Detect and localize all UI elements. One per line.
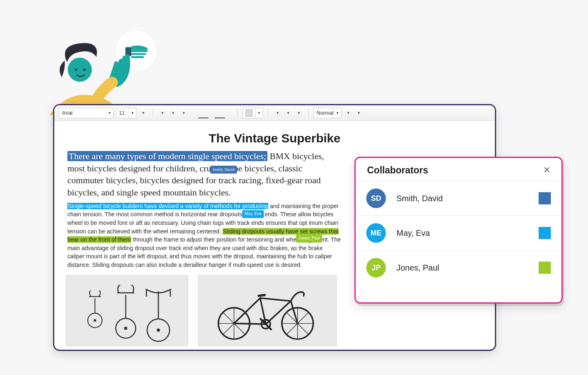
color-swatch <box>539 227 551 239</box>
font-size-value: 11 <box>116 110 129 116</box>
avatar: SD <box>366 189 386 208</box>
collaborators-panel: Collaborators ✕ SD Smith, David ME May, … <box>354 157 563 304</box>
font-size-stepper[interactable]: ▼ <box>139 108 148 118</box>
border-bottom-alt-icon <box>214 118 225 118</box>
selection-smith: There are many types of modern single sp… <box>67 151 267 161</box>
paragraph-style-select[interactable]: Normal ▼ <box>314 108 341 118</box>
close-button[interactable]: ✕ <box>541 164 552 176</box>
chevron-down-icon: ▼ <box>334 108 341 118</box>
toolbar-menu-b[interactable]: ▼ <box>169 108 178 118</box>
image-bicycle-side <box>198 275 337 346</box>
svg-point-13 <box>157 329 159 331</box>
toolbar-menu-e[interactable]: ▼ <box>284 108 293 118</box>
toolbar-menu-a[interactable]: ▼ <box>158 108 167 118</box>
cursor-tag-smith: Smith, David <box>210 166 237 173</box>
color-swatch-icon <box>245 109 253 117</box>
fill-color-select[interactable]: ▼ <box>243 108 263 118</box>
font-family-value: Arial <box>59 110 106 116</box>
panel-title: Collaborators <box>367 165 428 176</box>
toolbar-menu-c[interactable]: ▼ <box>179 108 188 118</box>
svg-point-5 <box>68 58 92 82</box>
collaborator-row[interactable]: SD Smith, David <box>356 181 561 215</box>
cursor-tag-may: May, Eva <box>242 210 264 218</box>
color-swatch <box>539 192 551 204</box>
svg-point-7 <box>83 69 86 71</box>
body-paragraph: Single-speed bicycle builders have devis… <box>67 202 341 269</box>
avatar: ME <box>366 223 386 243</box>
close-icon: ✕ <box>543 165 550 175</box>
separator <box>237 108 238 118</box>
svg-rect-3 <box>131 53 146 55</box>
toolbar-menu-f[interactable]: ▼ <box>294 108 303 118</box>
color-swatch <box>539 262 551 274</box>
panel-header: Collaborators ✕ <box>356 158 561 181</box>
font-family-select[interactable]: Arial ▼ <box>58 108 114 118</box>
svg-rect-2 <box>131 50 148 52</box>
image-bicycles-front <box>66 275 188 346</box>
lead-paragraph: There are many types of modern single sp… <box>67 150 341 199</box>
separator <box>153 108 153 118</box>
chevron-down-icon: ▼ <box>129 108 136 118</box>
toolbar-menu-g[interactable]: ▼ <box>344 108 353 118</box>
paragraph-style-value: Normal <box>314 110 334 116</box>
svg-point-6 <box>75 69 77 71</box>
border-bottom-icon <box>198 118 209 118</box>
chevron-down-icon: ▼ <box>106 108 113 118</box>
svg-point-9 <box>94 320 96 321</box>
cursor-tag-jones: Jones, Paul <box>296 235 322 243</box>
font-size-select[interactable]: 11 ▼ <box>116 108 136 118</box>
svg-rect-4 <box>131 56 144 58</box>
chevron-down-icon: ▼ <box>255 108 263 118</box>
svg-point-11 <box>125 327 127 329</box>
collaborator-row[interactable]: ME May, Eva <box>356 215 561 250</box>
toolbar-menu-h[interactable]: ▼ <box>354 108 363 118</box>
avatar: JP <box>366 258 386 277</box>
toolbar-menu-d[interactable]: ▼ <box>273 108 282 118</box>
collaborator-name: May, Eva <box>396 229 539 238</box>
separator <box>308 108 309 118</box>
collaborator-name: Smith, David <box>396 194 539 203</box>
toolbar: Arial ▼ 11 ▼ ▼ ▼ ▼ ▼ ▼ ▼ ▼ ▼ <box>54 105 495 121</box>
collaborator-name: Jones, Paul <box>396 263 539 273</box>
document-title: The Vintage Superbike <box>66 131 483 145</box>
selection-may: Single-speed bicycle builders have devis… <box>67 203 268 209</box>
collaborator-row[interactable]: JP Jones, Paul <box>356 250 561 285</box>
border-buttons[interactable] <box>198 108 225 118</box>
separator <box>268 108 268 118</box>
